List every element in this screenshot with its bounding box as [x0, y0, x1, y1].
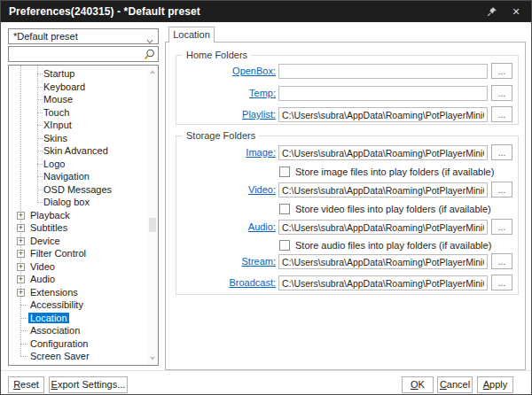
playlist-path-input[interactable]: [278, 107, 488, 122]
pin-icon[interactable]: [486, 5, 498, 18]
cancel-button[interactable]: Cancel: [437, 376, 473, 393]
preferences-dialog: Preferences(240315) - *Default preset ✕ …: [0, 0, 532, 395]
search-icon: [144, 49, 155, 60]
tree-item-dialog-box[interactable]: Dialog box: [9, 196, 147, 209]
tree-rows: Startup Keyboard Mouse Touch XInput Skin…: [9, 67, 147, 363]
group-title: Home Folders: [183, 50, 251, 60]
temp-link[interactable]: Temp:: [166, 86, 276, 101]
image-path-input[interactable]: [278, 145, 488, 160]
audio-link[interactable]: Audio:: [166, 220, 276, 235]
location-panel: Home Folders OpenBox: ... Temp: ... Play…: [165, 42, 526, 370]
stream-path-input[interactable]: [278, 254, 488, 269]
titlebar[interactable]: Preferences(240315) - *Default preset ✕: [1, 1, 531, 22]
tree-search: [8, 46, 159, 62]
tree-item-keyboard[interactable]: Keyboard: [9, 81, 147, 94]
broadcast-path-input[interactable]: [278, 275, 488, 290]
image-browse-button[interactable]: ...: [491, 144, 512, 160]
tree-item-extensions[interactable]: +Extensions: [9, 286, 147, 299]
tree-item-audio[interactable]: +Audio: [9, 273, 147, 286]
search-input[interactable]: [11, 48, 142, 60]
openbox-browse-button[interactable]: ...: [491, 63, 512, 79]
scroll-down-icon[interactable]: [150, 357, 155, 360]
video-link[interactable]: Video:: [166, 182, 276, 198]
expand-plus-icon[interactable]: +: [17, 212, 25, 220]
tree-item-playback[interactable]: +Playback: [9, 209, 147, 222]
reset-button[interactable]: Reset: [8, 376, 44, 393]
tree-item-xinput[interactable]: XInput: [9, 119, 147, 132]
expand-plus-icon[interactable]: +: [17, 250, 25, 258]
video-browse-button[interactable]: ...: [491, 182, 512, 198]
expand-plus-icon[interactable]: +: [17, 224, 25, 232]
tree-item-osd-messages[interactable]: OSD Messages: [9, 183, 147, 197]
playlist-browse-button[interactable]: ...: [491, 106, 512, 122]
store-audio-checkbox[interactable]: [279, 240, 290, 251]
tree-item-skins[interactable]: Skins: [9, 132, 147, 145]
store-audio-checkbox-label[interactable]: Store audio files into play folders (if …: [295, 240, 491, 251]
expand-plus-icon[interactable]: +: [17, 289, 25, 297]
store-image-checkbox-row: Store image files into play folders (if …: [279, 166, 494, 177]
scrollbar-thumb[interactable]: [149, 218, 156, 232]
audio-browse-button[interactable]: ...: [491, 219, 512, 235]
preset-dropdown[interactable]: *Default preset: [8, 28, 159, 44]
footer: Reset Export Settings... OK Cancel Apply: [1, 370, 531, 395]
tree-item-logo[interactable]: Logo: [9, 158, 147, 171]
tree-item-screen-saver[interactable]: Screen Saver: [9, 350, 147, 363]
group-title: Storage Folders: [183, 130, 259, 141]
expand-plus-icon[interactable]: +: [17, 263, 25, 271]
tree-item-location[interactable]: Location: [9, 312, 147, 325]
tree-item-startup[interactable]: Startup: [9, 67, 147, 81]
tree-item-accessibility[interactable]: Accessibility: [9, 298, 147, 312]
tree-item-subtitles[interactable]: +Subtitles: [9, 221, 147, 235]
store-image-checkbox[interactable]: [279, 167, 290, 177]
export-settings-button[interactable]: Export Settings...: [49, 376, 128, 393]
playlist-link[interactable]: Playlist:: [166, 107, 276, 122]
video-path-input[interactable]: [278, 182, 488, 198]
expand-plus-icon[interactable]: +: [17, 275, 25, 283]
preset-dropdown-value: *Default preset: [13, 31, 78, 42]
stream-browse-button[interactable]: ...: [491, 253, 512, 269]
apply-button[interactable]: Apply: [477, 376, 513, 393]
openbox-link[interactable]: OpenBox:: [166, 64, 276, 79]
tree-item-video[interactable]: +Video: [9, 260, 147, 274]
tree-item-association[interactable]: Association: [9, 324, 147, 337]
broadcast-link[interactable]: Broadcast:: [166, 275, 276, 290]
tree-item-device[interactable]: +Device: [9, 235, 147, 248]
window-title: Preferences(240315) - *Default preset: [9, 1, 200, 22]
temp-browse-button[interactable]: ...: [491, 85, 512, 101]
window-controls: ✕: [486, 1, 522, 22]
tree-item-configuration[interactable]: Configuration: [9, 337, 147, 351]
temp-path-input[interactable]: [278, 86, 488, 101]
store-audio-checkbox-row: Store audio files into play folders (if …: [279, 239, 491, 251]
stream-link[interactable]: Stream:: [166, 254, 276, 269]
scroll-up-icon[interactable]: [150, 70, 155, 74]
tree-scrollbar[interactable]: [147, 66, 158, 365]
tree-item-filter-control[interactable]: +Filter Control: [9, 247, 147, 260]
tree-item-navigation[interactable]: Navigation: [9, 170, 147, 183]
audio-path-input[interactable]: [278, 220, 488, 235]
tree-item-touch[interactable]: Touch: [9, 106, 147, 120]
expand-plus-icon[interactable]: +: [17, 237, 25, 245]
broadcast-browse-button[interactable]: ...: [491, 275, 512, 290]
store-video-checkbox-row: Store video files into play folders (if …: [279, 203, 491, 214]
store-video-checkbox-label[interactable]: Store video files into play folders (if …: [295, 204, 491, 214]
settings-tree: Startup Keyboard Mouse Touch XInput Skin…: [8, 65, 159, 366]
ok-button[interactable]: OK: [402, 376, 434, 393]
store-video-checkbox[interactable]: [279, 204, 290, 214]
tree-item-skin-advanced[interactable]: Skin Advanced: [9, 144, 147, 158]
openbox-path-input[interactable]: [278, 64, 488, 79]
tab-location[interactable]: Location: [168, 27, 215, 43]
close-icon[interactable]: ✕: [510, 5, 522, 18]
store-image-checkbox-label[interactable]: Store image files into play folders (if …: [295, 167, 494, 177]
tree-item-mouse[interactable]: Mouse: [9, 93, 147, 106]
image-link[interactable]: Image:: [166, 145, 276, 160]
